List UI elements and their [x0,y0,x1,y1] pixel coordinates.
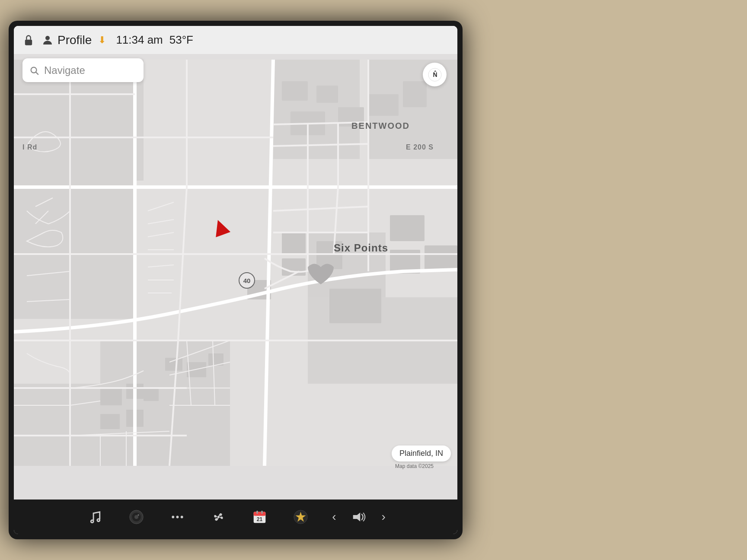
svg-point-88 [172,515,175,518]
profile-icon [41,34,54,47]
svg-rect-15 [282,232,306,254]
svg-rect-28 [144,388,159,401]
search-placeholder: Navigate [44,64,85,76]
more-options-button[interactable] [168,507,187,527]
media-button[interactable] [127,507,146,527]
svg-marker-99 [353,512,360,521]
dots-icon [170,509,185,525]
svg-rect-95 [256,510,258,513]
music-button[interactable] [86,507,105,527]
map-container[interactable]: BENTWOOD E 200 S I Rd Six Points 40 Goog… [14,26,457,500]
media-icon [129,509,144,525]
volume-icon [351,509,367,525]
games-button[interactable] [291,507,310,527]
svg-rect-93 [254,512,266,515]
svg-point-89 [176,515,179,518]
status-icons-left: Profile ⬇ 11:34 am 53°F [22,33,193,47]
svg-rect-21 [425,245,457,271]
svg-point-90 [181,515,183,518]
svg-point-91 [217,515,220,518]
calendar-icon: 21 [252,509,267,525]
search-icon [29,66,39,75]
screen: BENTWOOD E 200 S I Rd Six Points 40 Goog… [14,26,457,534]
svg-rect-23 [165,358,182,371]
svg-rect-2 [14,181,135,319]
svg-rect-9 [282,81,308,101]
svg-rect-16 [282,258,306,276]
temperature-display: 53°F [169,33,193,47]
svg-point-86 [134,515,138,519]
svg-rect-8 [14,384,100,466]
games-icon [293,509,308,525]
svg-point-79 [45,36,50,40]
volume-button[interactable] [349,507,369,527]
status-bar: Profile ⬇ 11:34 am 53°F [14,26,457,54]
music-icon [88,509,103,525]
svg-rect-26 [100,388,122,405]
svg-text:N̂: N̂ [433,70,437,78]
svg-rect-11 [368,94,399,116]
profile-label: Profile [57,33,92,47]
route-40-badge: 40 [239,272,255,289]
taskbar: 21 ‹ [14,500,457,534]
compass-icon: N̂ [428,68,442,82]
profile-section[interactable]: Profile [41,33,92,47]
map-data-text: Map data ©2025 [395,463,434,469]
svg-line-81 [36,72,38,74]
screen-bezel: BENTWOOD E 200 S I Rd Six Points 40 Goog… [9,21,463,539]
svg-rect-29 [100,414,120,429]
search-bar[interactable]: Navigate [22,58,144,82]
svg-rect-12 [403,81,427,107]
calendar-button[interactable]: 21 [250,507,269,527]
svg-text:21: 21 [257,516,263,522]
download-arrow-icon: ⬇ [98,35,106,46]
svg-rect-10 [316,86,338,103]
svg-rect-96 [261,510,263,513]
nav-arrows: ‹ › [332,507,386,527]
svg-rect-22 [390,215,425,241]
svg-rect-19 [329,289,381,323]
svg-point-87 [137,514,139,516]
lock-icon-wrap [22,34,35,46]
location-chip: Plainfield, IN [392,445,451,461]
lock-icon [22,34,35,46]
hvac-button[interactable] [209,507,228,527]
nav-forward-button[interactable]: › [382,510,386,524]
fan-icon [211,509,226,525]
nav-back-button[interactable]: ‹ [332,510,336,524]
north-compass-button[interactable]: N̂ [423,63,447,86]
svg-rect-78 [25,39,32,45]
time-display: 11:34 am [116,33,163,47]
